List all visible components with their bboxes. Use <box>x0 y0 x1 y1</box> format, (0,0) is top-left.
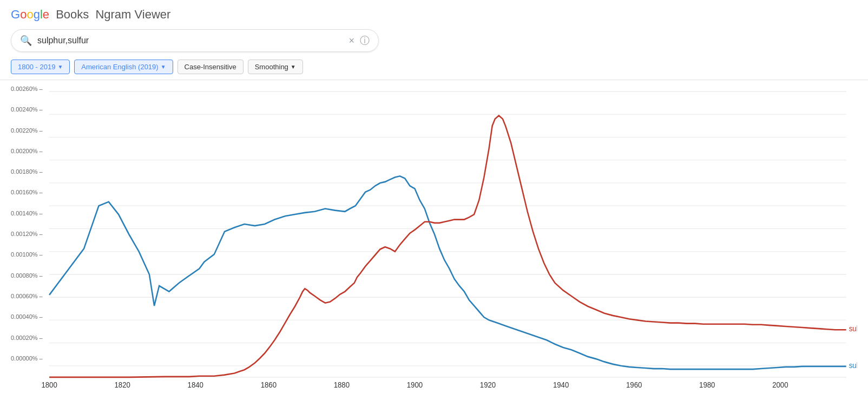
header: Google Books Ngram Viewer 🔍 × ⓘ 1800 - 2… <box>0 0 868 80</box>
y-label: 0.00020% – <box>11 335 43 341</box>
x-label-1960: 1960 <box>626 381 642 389</box>
y-label: 0.00160% – <box>11 189 43 195</box>
smoothing-filter[interactable]: Smoothing ▼ <box>248 60 303 74</box>
search-input[interactable] <box>37 36 348 45</box>
date-range-filter[interactable]: 1800 - 2019 ▼ <box>11 60 70 74</box>
y-label: 0.00080% – <box>11 272 43 279</box>
logo-ngram-text: Ngram Viewer <box>92 8 170 22</box>
y-label: 0.00100% – <box>11 251 43 258</box>
y-label: 0.00140% – <box>11 210 43 217</box>
x-label-1820: 1820 <box>114 381 130 389</box>
y-label: 0.00240% – <box>11 106 43 113</box>
y-label: 0.00180% – <box>11 168 43 175</box>
x-label-1880: 1880 <box>334 381 350 389</box>
logo-google-text: Google <box>11 8 49 22</box>
date-range-arrow-icon: ▼ <box>57 64 63 70</box>
smoothing-arrow-icon: ▼ <box>291 64 296 70</box>
sulfur-series-label: sulfur <box>849 325 857 333</box>
x-label-1840: 1840 <box>188 381 203 389</box>
y-label: 0.00060% – <box>11 293 43 299</box>
x-label-1900: 1900 <box>407 381 423 389</box>
clear-icon[interactable]: × <box>348 35 354 47</box>
case-filter[interactable]: Case-Insensitive <box>177 60 244 74</box>
app-logo: Google Books Ngram Viewer <box>11 8 857 22</box>
help-icon[interactable]: ⓘ <box>360 34 370 47</box>
x-label-1920: 1920 <box>480 381 496 389</box>
x-label-1800: 1800 <box>41 381 57 389</box>
y-label: 0.00220% – <box>11 127 43 134</box>
filters-bar: 1800 - 2019 ▼ American English (2019) ▼ … <box>11 60 857 80</box>
corpus-filter[interactable]: American English (2019) ▼ <box>74 60 173 74</box>
y-label: 0.00200% – <box>11 148 43 154</box>
sulphur-series-label: sulphur <box>849 362 857 370</box>
search-icon: 🔍 <box>20 35 32 47</box>
sulphur-line <box>49 176 846 369</box>
y-axis-labels: 0.00260% – 0.00240% – 0.00220% – 0.00200… <box>11 80 43 362</box>
y-label: 0.00040% – <box>11 313 43 320</box>
chart-area: 0.00260% – 0.00240% – 0.00220% – 0.00200… <box>0 80 868 389</box>
search-bar: 🔍 × ⓘ <box>11 29 379 52</box>
y-label: 0.00260% – <box>11 86 43 92</box>
chart-svg: 1800 1820 1840 1860 1880 1900 1920 1940 … <box>11 80 857 389</box>
corpus-arrow-icon: ▼ <box>161 64 166 70</box>
logo-books-text: Books <box>52 8 89 22</box>
y-label: 0.00000% – <box>11 355 43 362</box>
y-label: 0.00120% – <box>11 231 43 237</box>
sulfur-line <box>49 115 846 377</box>
x-label-1940: 1940 <box>553 381 569 389</box>
x-label-2000: 2000 <box>772 381 788 389</box>
x-label-1980: 1980 <box>699 381 715 389</box>
x-label-1860: 1860 <box>261 381 277 389</box>
